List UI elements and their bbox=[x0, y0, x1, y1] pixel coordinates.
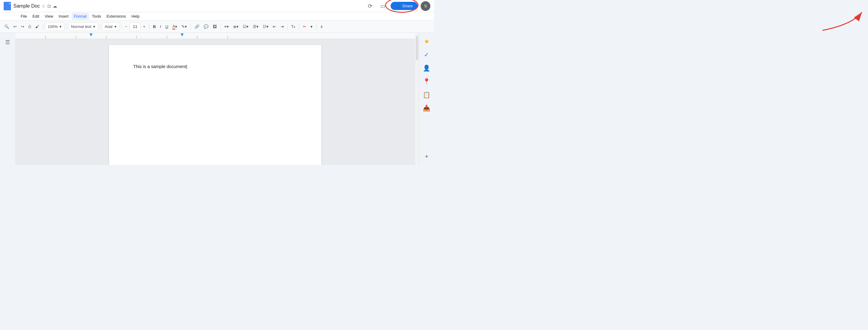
increase-indent-btn[interactable]: ⇥ bbox=[279, 23, 286, 31]
svg-marker-7 bbox=[90, 33, 93, 36]
menu-bar: File Edit View Insert Format Tools Exten… bbox=[0, 12, 434, 21]
font-select[interactable]: Arial ▾ bbox=[102, 23, 119, 31]
separator-4 bbox=[121, 24, 121, 30]
menu-edit[interactable]: Edit bbox=[30, 13, 41, 20]
outline-icon[interactable]: ☰ bbox=[5, 39, 10, 46]
share-label: Share bbox=[402, 4, 413, 8]
menu-file[interactable]: File bbox=[18, 13, 29, 20]
checklist-btn[interactable]: ☑▾ bbox=[241, 23, 250, 31]
ruler bbox=[15, 33, 415, 39]
menu-insert[interactable]: Insert bbox=[56, 13, 71, 20]
menu-view[interactable]: View bbox=[42, 13, 56, 20]
underline-btn[interactable]: U bbox=[163, 23, 170, 31]
link-btn[interactable]: 🔗 bbox=[193, 23, 201, 31]
style-select[interactable]: Normal text ▾ bbox=[68, 23, 98, 31]
font-size-minus-btn[interactable]: − bbox=[123, 23, 129, 31]
font-size-plus-btn[interactable]: + bbox=[141, 23, 147, 31]
separator-2 bbox=[66, 24, 66, 30]
num-list-btn[interactable]: ☷▾ bbox=[261, 23, 271, 31]
google-docs-icon bbox=[4, 2, 11, 10]
separator-1 bbox=[43, 24, 43, 30]
separator-8 bbox=[287, 24, 288, 30]
print-btn[interactable]: ⎙ bbox=[27, 23, 33, 31]
cloud-sync-icon: ☁ bbox=[53, 4, 57, 8]
sidebar-left: ☰ bbox=[0, 33, 15, 165]
document-page[interactable]: This is a sample document bbox=[109, 45, 321, 165]
menu-help[interactable]: Help bbox=[129, 13, 142, 20]
zoom-select[interactable]: 100% ▾ bbox=[45, 23, 64, 31]
separator-6 bbox=[191, 24, 191, 30]
share-person-icon: 👤 bbox=[396, 4, 400, 8]
page-content[interactable]: This is a sample document bbox=[133, 63, 297, 70]
title-icons: ☆ ⊡ ☁ bbox=[41, 4, 57, 8]
header-right: ⟳ ▭ 👤 Share S bbox=[365, 1, 430, 11]
text-color-btn[interactable]: A ▾ bbox=[170, 23, 179, 31]
decrease-indent-btn[interactable]: ⇤ bbox=[271, 23, 278, 31]
ruler-inner bbox=[30, 33, 400, 38]
document-title[interactable]: Sample Doc bbox=[13, 3, 40, 9]
user-avatar[interactable]: S bbox=[421, 1, 430, 11]
separator-7 bbox=[220, 24, 221, 30]
align-btn[interactable]: ≡▾ bbox=[222, 23, 231, 31]
history-icon[interactable]: ⟳ bbox=[365, 1, 375, 11]
zoom-value: 100% bbox=[48, 24, 58, 29]
clear-format-btn[interactable]: Tx bbox=[289, 23, 297, 31]
style-value: Normal text bbox=[71, 24, 91, 29]
docs-addon-icon[interactable]: 📋 bbox=[421, 89, 432, 100]
separator-3 bbox=[100, 24, 100, 30]
font-value: Arial bbox=[105, 24, 113, 29]
menu-format[interactable]: Format bbox=[72, 13, 89, 20]
title-bar: Sample Doc ☆ ⊡ ☁ ⟳ ▭ 👤 Share S bbox=[0, 0, 434, 12]
add-icon[interactable]: + bbox=[421, 151, 432, 162]
font-chevron: ▾ bbox=[115, 24, 117, 29]
keep-notes-icon[interactable]: ★ bbox=[421, 36, 432, 47]
share-button[interactable]: 👤 Share bbox=[391, 2, 417, 10]
style-chevron: ▾ bbox=[93, 24, 95, 29]
separator-9 bbox=[299, 24, 299, 30]
line-spacing-btn[interactable]: ≣▾ bbox=[231, 23, 240, 31]
present-mode-icon[interactable]: ▭ bbox=[378, 1, 388, 11]
right-panel: ★ ✓ 👤 📍 📋 📥 + bbox=[419, 33, 434, 165]
svg-marker-8 bbox=[181, 33, 184, 36]
toolbar: 🔍 ↩ ↪ ⎙ 🖌 100% ▾ Normal text ▾ Arial ▾ −… bbox=[0, 21, 434, 33]
tasks-icon[interactable]: ✓ bbox=[421, 49, 432, 60]
maps-icon[interactable]: 📍 bbox=[421, 76, 432, 87]
bold-btn[interactable]: B bbox=[151, 23, 157, 31]
menu-extensions[interactable]: Extensions bbox=[104, 13, 128, 20]
folder-icon[interactable]: ⊡ bbox=[48, 4, 51, 8]
edit-pencil-btn[interactable]: ✏ bbox=[301, 23, 308, 31]
document-text: This is a sample document bbox=[133, 64, 187, 69]
menu-tools[interactable]: Tools bbox=[90, 13, 103, 20]
share-button-wrapper: 👤 Share bbox=[391, 2, 417, 10]
edit-mode-chevron[interactable]: ▾ bbox=[309, 23, 314, 31]
scrollbar[interactable] bbox=[415, 33, 419, 165]
redo-btn[interactable]: ↪ bbox=[19, 23, 26, 31]
undo-btn[interactable]: ↩ bbox=[11, 23, 19, 31]
document-area[interactable]: This is a sample document bbox=[15, 39, 415, 165]
italic-btn[interactable]: I bbox=[158, 23, 163, 31]
star-icon[interactable]: ☆ bbox=[41, 4, 45, 8]
get-addons-icon[interactable]: 📥 bbox=[421, 103, 432, 114]
search-toolbar-btn[interactable]: 🔍 bbox=[2, 23, 11, 31]
zoom-chevron: ▾ bbox=[60, 24, 62, 29]
collapse-toolbar-btn[interactable]: ∧ bbox=[318, 23, 325, 31]
main-area: ☰ bbox=[0, 33, 434, 165]
bullet-list-btn[interactable]: ☰▾ bbox=[251, 23, 260, 31]
separator-5 bbox=[149, 24, 149, 30]
image-btn[interactable]: 🖼 bbox=[211, 23, 219, 31]
scrollbar-thumb[interactable] bbox=[416, 36, 418, 60]
highlight-btn[interactable]: ✎▾ bbox=[180, 23, 189, 31]
paint-format-btn[interactable]: 🖌 bbox=[33, 23, 41, 31]
font-size-value: 11 bbox=[133, 24, 137, 29]
contacts-icon[interactable]: 👤 bbox=[421, 63, 432, 74]
comment-btn[interactable]: 💬 bbox=[202, 23, 210, 31]
font-size-box[interactable]: 11 bbox=[130, 23, 141, 31]
